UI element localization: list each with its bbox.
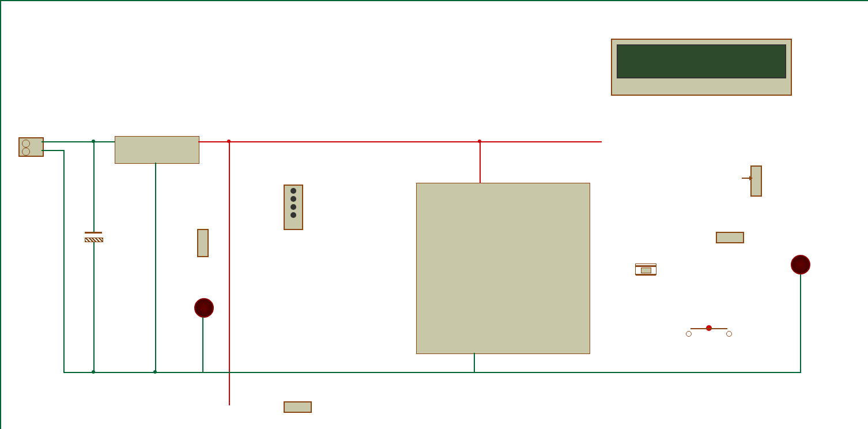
r3-body — [197, 229, 209, 257]
c1-plate2 — [85, 238, 103, 242]
r2-body — [716, 232, 744, 243]
rv1-body — [750, 165, 762, 197]
d1-led — [791, 255, 810, 274]
u1-body — [416, 183, 590, 354]
x1-body — [635, 264, 656, 275]
lcd-screen — [617, 44, 786, 78]
j1-body — [18, 137, 44, 157]
push-button — [686, 325, 732, 337]
u2-body — [115, 136, 199, 164]
c1-plate1 — [85, 232, 102, 234]
schematic-canvas — [0, 0, 868, 429]
r1-body — [284, 401, 312, 413]
rv1-wiper — [742, 178, 750, 179]
d2-led — [194, 298, 214, 318]
header-body — [284, 185, 303, 230]
lcd-body — [611, 39, 792, 96]
